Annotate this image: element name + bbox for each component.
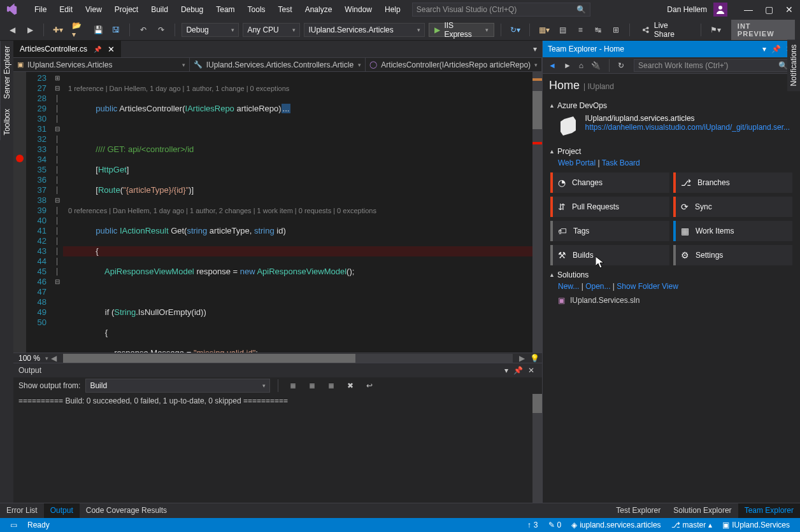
- nav-class-dropdown[interactable]: 🔧IUpland.Services.Articles.Controllers.A…: [190, 58, 366, 71]
- te-connect-icon[interactable]: 🔌: [589, 61, 603, 70]
- te-back-icon[interactable]: ◄: [546, 61, 558, 70]
- tile-settings[interactable]: ⚙Settings: [673, 245, 792, 265]
- menu-tools[interactable]: Tools: [241, 3, 272, 17]
- sect-azure[interactable]: ▲Azure DevOps: [549, 100, 794, 111]
- menu-window[interactable]: Window: [338, 3, 378, 17]
- te-fwd-icon[interactable]: ►: [562, 61, 573, 70]
- doc-tab-active[interactable]: ArticlesController.cs 📌 ✕: [13, 41, 122, 57]
- out-tool-1[interactable]: ≣: [286, 379, 300, 393]
- status-project[interactable]: ▣ IUpland.Services: [717, 521, 795, 529]
- tb-icon-1[interactable]: ▦▾: [536, 23, 552, 37]
- nav-fwd-button[interactable]: ▶: [23, 23, 37, 37]
- tile-work-items[interactable]: ▦Work Items: [673, 221, 792, 241]
- config-dropdown[interactable]: Debug▾: [182, 23, 239, 37]
- undo-button[interactable]: ↶: [136, 23, 150, 37]
- avatar-icon[interactable]: [713, 3, 727, 17]
- menu-build[interactable]: Build: [145, 3, 175, 17]
- user-name[interactable]: Dan Hellem: [667, 5, 707, 14]
- side-toolbox[interactable]: Toolbox: [0, 104, 13, 140]
- redo-button[interactable]: ↷: [154, 23, 168, 37]
- tile-tags[interactable]: 🏷Tags: [550, 221, 669, 241]
- menu-debug[interactable]: Debug: [175, 3, 210, 17]
- te-home-icon[interactable]: ⌂: [577, 61, 585, 70]
- maximize-button[interactable]: ▢: [763, 4, 775, 15]
- tab-solution-explorer[interactable]: Solution Explorer: [667, 503, 738, 518]
- menu-edit[interactable]: Edit: [53, 3, 79, 17]
- link-webportal[interactable]: Web Portal: [558, 158, 596, 167]
- solution-name[interactable]: IUpland.Services.sln: [570, 296, 639, 305]
- tab-output[interactable]: Output: [44, 503, 80, 518]
- save-button[interactable]: 💾: [91, 23, 106, 37]
- repo-url-link[interactable]: https://danhellem.visualstudio.com/iUpla…: [585, 123, 790, 132]
- out-wrap-icon[interactable]: ↩: [362, 379, 376, 393]
- tb-icon-3[interactable]: ≡: [573, 23, 587, 37]
- breakpoint-icon[interactable]: [16, 155, 24, 162]
- side-notifications[interactable]: Notifications: [787, 39, 800, 91]
- menu-test[interactable]: Test: [272, 3, 299, 17]
- status-pending[interactable]: ✎0: [543, 521, 567, 529]
- editor-vscrollbar[interactable]: [532, 72, 542, 353]
- close-tab-icon[interactable]: ✕: [108, 45, 115, 54]
- status-repo[interactable]: ◈ iupland.services.articles: [566, 521, 666, 529]
- lightbulb-icon[interactable]: 💡: [527, 354, 542, 363]
- link-showfolder[interactable]: Show Folder View: [617, 282, 678, 291]
- quick-launch-input[interactable]: Search Visual Studio (Ctrl+Q) 🔍: [412, 3, 590, 17]
- editor-hscrollbar[interactable]: [63, 354, 513, 363]
- fold-gutter[interactable]: ⊞⊟│││⊟││││││⊟│││││││⊟: [52, 72, 63, 353]
- start-debug-button[interactable]: ▶IIS Express▾: [429, 23, 494, 37]
- browser-refresh-button[interactable]: ↻▾: [508, 23, 523, 37]
- tb-icon-4[interactable]: ↹: [591, 23, 605, 37]
- nav-back-button[interactable]: ◀: [5, 23, 19, 37]
- tab-code-coverage[interactable]: Code Coverage Results: [80, 503, 173, 518]
- save-all-button[interactable]: 🖫: [109, 23, 123, 37]
- minimize-button[interactable]: —: [743, 4, 754, 15]
- output-vscrollbar[interactable]: [532, 394, 542, 503]
- status-branch[interactable]: ⎇ master ▴: [666, 521, 718, 529]
- link-open[interactable]: Open...: [585, 282, 610, 291]
- tile-changes[interactable]: ◔Changes: [550, 172, 669, 193]
- link-taskboard[interactable]: Task Board: [602, 158, 640, 167]
- breakpoint-gutter[interactable]: [13, 72, 26, 353]
- te-dropdown-icon[interactable]: ▾: [760, 45, 769, 53]
- link-new[interactable]: New...: [558, 282, 579, 291]
- output-close-icon[interactable]: ✕: [525, 366, 537, 375]
- menu-project[interactable]: Project: [108, 3, 145, 17]
- menu-view[interactable]: View: [79, 3, 108, 17]
- output-source-dropdown[interactable]: Build▾: [85, 379, 270, 393]
- nav-member-dropdown[interactable]: ◯ArticlesController(IArticlesRepo articl…: [366, 58, 542, 71]
- output-dropdown-icon[interactable]: ▾: [502, 366, 511, 375]
- output-content[interactable]: ========== Build: 0 succeeded, 0 failed,…: [13, 394, 542, 503]
- tile-branches[interactable]: ⎇Branches: [673, 172, 792, 193]
- te-refresh-icon[interactable]: ↻: [616, 61, 626, 70]
- te-pin-icon[interactable]: 📌: [769, 45, 783, 53]
- tb-icon-2[interactable]: ▤: [555, 23, 569, 37]
- output-pin-icon[interactable]: 📌: [511, 366, 525, 375]
- sect-solutions[interactable]: ▲Solutions: [549, 269, 794, 281]
- side-server-explorer[interactable]: Server Explorer: [0, 41, 13, 104]
- sect-project[interactable]: ▲Project: [549, 146, 794, 157]
- tab-overflow-button[interactable]: ▾: [528, 42, 542, 56]
- menu-team[interactable]: Team: [210, 3, 241, 17]
- close-button[interactable]: ✕: [783, 4, 795, 15]
- zoom-level[interactable]: 100 %: [13, 354, 45, 363]
- tile-pull-requests[interactable]: ⇵Pull Requests: [550, 197, 669, 217]
- menu-help[interactable]: Help: [378, 3, 407, 17]
- code-area[interactable]: 1 reference | Dan Hellem, 1 day ago | 1 …: [63, 72, 532, 353]
- tb-icon-5[interactable]: ⊞: [609, 23, 623, 37]
- feedback-button[interactable]: ⚑▾: [708, 23, 724, 37]
- liveshare-button[interactable]: Live Share: [636, 21, 694, 39]
- out-tool-2[interactable]: ≣: [305, 379, 319, 393]
- te-search-input[interactable]: Search Work Items (Ctrl+')🔍▾: [634, 59, 796, 72]
- pin-icon[interactable]: 📌: [94, 46, 101, 53]
- platform-dropdown[interactable]: Any CPU▾: [243, 23, 300, 37]
- new-project-button[interactable]: ✚▾: [50, 23, 66, 37]
- menu-file[interactable]: File: [28, 3, 53, 17]
- out-clear-icon[interactable]: ✖: [343, 379, 357, 393]
- tab-team-explorer[interactable]: Team Explorer: [738, 503, 800, 518]
- out-tool-3[interactable]: ≣: [324, 379, 338, 393]
- status-push[interactable]: ↑3: [522, 521, 543, 529]
- tile-builds[interactable]: ⚒Builds: [550, 245, 669, 265]
- startup-project-dropdown[interactable]: IUpland.Services.Articles▾: [304, 23, 425, 37]
- tab-test-explorer[interactable]: Test Explorer: [610, 503, 667, 518]
- menu-analyze[interactable]: Analyze: [299, 3, 339, 17]
